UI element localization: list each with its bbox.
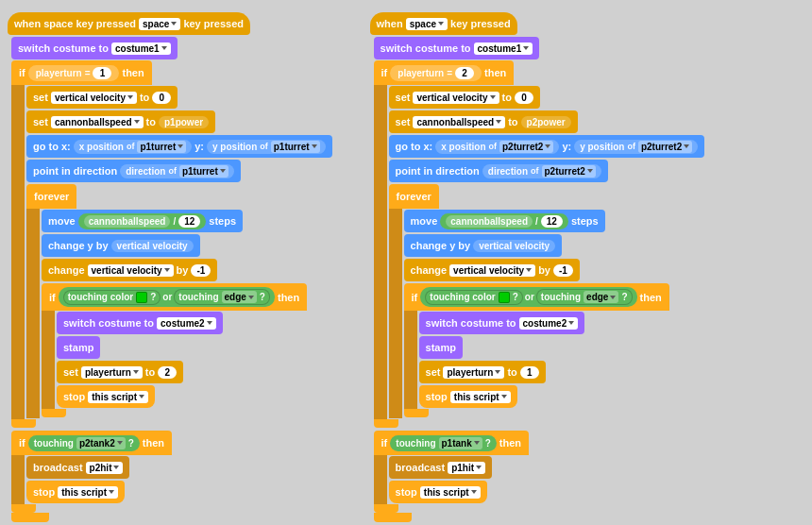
color-swatch-1 xyxy=(136,292,147,303)
if-block-2: if playerturn = 2 then set vertical velo… xyxy=(374,60,705,428)
stamp-block-1: stamp xyxy=(57,336,100,359)
dropdown-arrow-icon xyxy=(117,441,123,445)
if-touch-top-1: if touching p2tank2 ? then xyxy=(11,431,172,455)
vv-var-2: vertical velocity xyxy=(473,240,555,252)
dropdown-arrow-icon xyxy=(312,144,317,148)
vv-dropdown-1[interactable]: vertical velocity xyxy=(88,264,174,277)
stop-script-4: stop this script xyxy=(389,481,487,503)
broadcast-p1hit: broadcast p1hit xyxy=(389,456,492,479)
var-dropdown-cbs[interactable]: cannonballspeed xyxy=(51,116,144,128)
dropdown-arrow-icon xyxy=(684,144,689,148)
touching-color-2: touching color ? xyxy=(425,290,523,305)
move-block-2: move cannonballspeed / 12 steps xyxy=(404,210,605,232)
dropdown-arrow-icon xyxy=(474,441,480,445)
touch-color-or-edge-1: touching color ? or touching edge xyxy=(59,287,275,307)
costume2-dropdown-2[interactable]: costume2 xyxy=(519,317,579,330)
dropdown-arrow-icon xyxy=(109,490,114,494)
var-dropdown-vv[interactable]: vertical velocity xyxy=(51,92,137,104)
dropdown-arrow-icon xyxy=(610,296,616,299)
set-vv-2: set vertical velocity to 0 xyxy=(389,86,540,109)
hat-block-2: when space key pressed xyxy=(370,12,517,35)
change-vv-1: change vertical velocity by -1 xyxy=(42,259,217,281)
p1power-val: p1power xyxy=(159,116,209,128)
if-top-2: if playerturn = 2 then xyxy=(374,60,515,85)
var-dropdown-cbs-2[interactable]: cannonballspeed xyxy=(413,116,505,128)
dropdown-arrow-icon xyxy=(501,395,507,398)
dropdown-arrow-icon xyxy=(127,95,133,99)
costume-dropdown-2[interactable]: costume1 xyxy=(474,42,533,55)
dropdown-arrow-icon xyxy=(587,169,593,173)
script-column-2: when space key pressed switch costume to… xyxy=(370,11,705,522)
stop-dropdown-3[interactable]: this script xyxy=(450,391,511,403)
hat-key-dropdown-2[interactable]: space xyxy=(406,18,448,30)
dropdown-arrow-icon xyxy=(568,321,574,325)
ypos-sprite-2[interactable]: p2turret2 xyxy=(638,141,692,153)
xpos-sprite-1[interactable]: p1turret xyxy=(137,141,186,153)
switch-costume2-1: switch costume to costume2 xyxy=(57,312,223,334)
if-touching-1: if touching p2tank2 ? then broadcast p2h… xyxy=(11,431,172,513)
if-color-edge-2: if touching color ? or touc xyxy=(404,283,669,417)
set-vv-1: set vertical velocity to 0 xyxy=(26,86,178,109)
if-color-top-1: if touching color ? or touc xyxy=(42,283,307,311)
touching-edge-2: touching edge ? xyxy=(536,289,633,305)
if-color-close-1 xyxy=(42,409,66,417)
p1tank-dropdown[interactable]: p1tank xyxy=(439,437,482,449)
if-outer-close-2 xyxy=(374,419,398,428)
if-color-inner-1: switch costume to costume2 stamp xyxy=(42,311,223,409)
dropdown-arrow-icon xyxy=(139,395,144,398)
ypos-sprite-1[interactable]: p1turret xyxy=(271,141,320,153)
p2tank2-dropdown[interactable]: p2tank2 xyxy=(76,437,126,449)
costume2-dropdown-1[interactable]: costume2 xyxy=(157,317,216,330)
stamp-block-2: stamp xyxy=(419,336,463,359)
touching-p2tank2: touching p2tank2 ? xyxy=(28,435,140,451)
touching-p1tank: touching p1tank ? xyxy=(390,435,497,451)
stop-dropdown-2[interactable]: this script xyxy=(58,486,118,499)
switch-costume-1: switch costume to costume1 xyxy=(11,37,178,59)
change-vv-2: change vertical velocity by -1 xyxy=(404,259,580,281)
forever-top-1: forever xyxy=(26,184,76,209)
xpos-of-1: x position of p1turret xyxy=(74,140,193,154)
dropdown-arrow-icon xyxy=(161,46,167,50)
move-block-1: move cannonballspeed / 12 steps xyxy=(42,210,243,232)
dropdown-arrow-icon xyxy=(476,466,482,469)
dropdown-arrow-icon xyxy=(171,22,177,25)
touching-color-1: touching color ? xyxy=(63,290,161,305)
dropdown-arrow-icon xyxy=(220,169,226,173)
stop-dropdown-1[interactable]: this script xyxy=(88,391,148,403)
if-top-1: if playerturn = 1 then xyxy=(11,60,152,85)
pt-dropdown-1[interactable]: playerturn xyxy=(81,366,143,379)
switch-costume2-2: switch costume to costume2 xyxy=(419,312,585,334)
broadcast-dropdown-1[interactable]: p2hit xyxy=(86,462,124,474)
dropdown-arrow-icon xyxy=(178,144,183,148)
main-container: when space key pressed space key pressed… xyxy=(0,0,812,525)
broadcast-dropdown-2[interactable]: p1hit xyxy=(448,462,485,474)
if-touch-top-2: if touching p1tank ? then xyxy=(374,431,530,455)
pt-dropdown-2[interactable]: playerturn xyxy=(443,366,504,379)
touching-edge-1: touching edge ? xyxy=(174,289,270,305)
dir-sprite-1[interactable]: p1turret xyxy=(179,165,228,178)
vv-var-1: vertical velocity xyxy=(111,240,194,252)
if-touching-2: if touching p1tank ? then broadcast p1hi… xyxy=(374,431,530,513)
dropdown-arrow-icon xyxy=(164,268,170,272)
xpos-sprite-2[interactable]: p2turret2 xyxy=(499,141,553,153)
dir-of-2: direction of p2turret2 xyxy=(482,164,601,178)
if-touch-close-1 xyxy=(11,504,36,513)
change-y-2: change y by vertical velocity xyxy=(404,234,563,257)
var-dropdown-vv-2[interactable]: vertical velocity xyxy=(413,92,499,104)
vv-dropdown-2[interactable]: vertical velocity xyxy=(449,264,535,277)
broadcast-p2hit: broadcast p2hit xyxy=(26,456,129,479)
edge-dropdown-2[interactable]: edge xyxy=(584,291,618,303)
move-expr-1: cannonballspeed / 12 xyxy=(78,213,207,229)
stop-dropdown-4[interactable]: this script xyxy=(420,486,481,499)
dir-sprite-2[interactable]: p2turret2 xyxy=(542,165,596,178)
forever-inner-1: move cannonballspeed / 12 steps change y… xyxy=(26,209,307,418)
cbs-var-2: cannonballspeed xyxy=(446,215,533,228)
hat-keypressed-label: key pressed xyxy=(183,18,244,29)
dropdown-arrow-icon xyxy=(526,268,532,272)
costume-dropdown-1[interactable]: costume1 xyxy=(111,42,171,55)
script-end-tab-1 xyxy=(11,513,49,522)
hat-key-dropdown-1[interactable]: space xyxy=(139,18,180,30)
edge-dropdown-1[interactable]: edge xyxy=(222,291,257,303)
if-inner-1: set vertical velocity to 0 set cannonbal… xyxy=(11,85,332,419)
set-pt-2-1: set playerturn to 2 xyxy=(57,361,183,383)
